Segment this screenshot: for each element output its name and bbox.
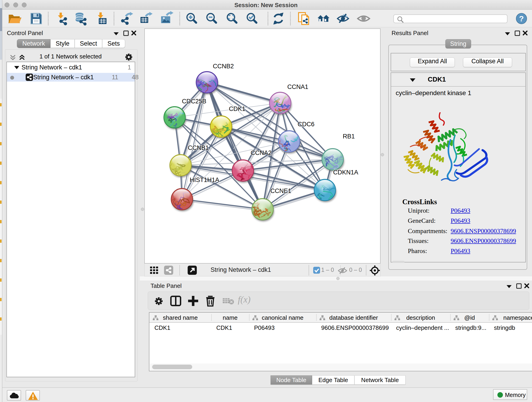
svg-text:CDKN1A: CDKN1A: [333, 169, 358, 176]
svg-text:CCNE1: CCNE1: [270, 187, 291, 194]
svg-text:CCNA2: CCNA2: [251, 149, 272, 156]
svg-text:CDC25B: CDC25B: [182, 98, 206, 105]
svg-text:RB1: RB1: [343, 133, 355, 140]
svg-text:CCNB2: CCNB2: [213, 63, 234, 70]
svg-text:CDC6: CDC6: [298, 121, 315, 128]
svg-text:?: ?: [519, 14, 524, 23]
svg-text:CDK1: CDK1: [229, 105, 245, 112]
svg-text:CCNA1: CCNA1: [287, 83, 308, 90]
svg-text:HIST1H1A: HIST1H1A: [190, 177, 219, 183]
svg-text:CCNB1: CCNB1: [188, 144, 209, 151]
